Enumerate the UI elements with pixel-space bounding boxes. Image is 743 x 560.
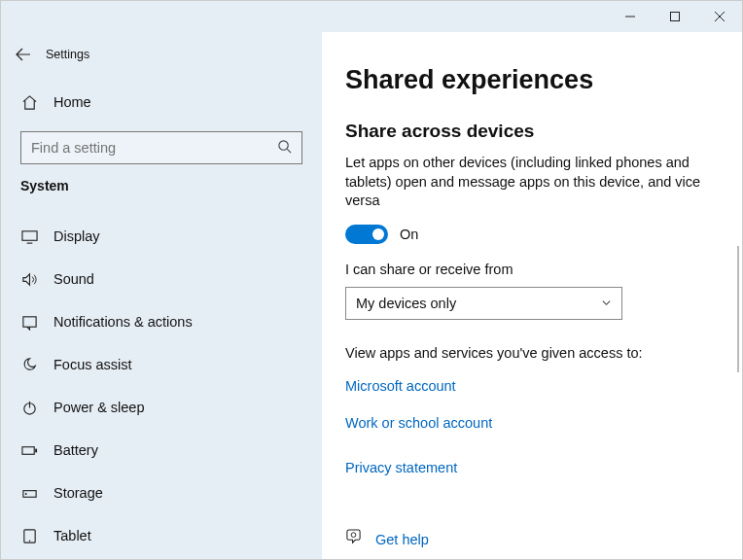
focus-assist-icon [20, 357, 38, 373]
sidebar: Settings Home System [1, 32, 322, 559]
section-description: Let apps on other devices (including lin… [345, 154, 719, 211]
section-title: Share across devices [345, 121, 719, 142]
sidebar-item-label: Sound [53, 271, 94, 287]
notifications-icon [20, 314, 38, 331]
sidebar-item-label: Home [53, 94, 91, 110]
scrollbar[interactable] [737, 246, 739, 372]
share-from-label: I can share or receive from [345, 262, 719, 277]
get-help-row[interactable]: Get help [345, 529, 429, 549]
sidebar-category: System [20, 178, 302, 193]
battery-icon [20, 442, 38, 459]
svg-rect-1 [671, 13, 680, 21]
sidebar-item-notifications[interactable]: Notifications & actions [20, 300, 302, 343]
main-content: Shared experiences Share across devices … [322, 32, 742, 559]
dropdown-value: My devices only [356, 296, 456, 311]
close-icon [715, 12, 725, 21]
power-icon [20, 400, 38, 416]
page-title: Shared experiences [345, 65, 719, 95]
svg-rect-8 [22, 316, 35, 326]
sidebar-content: Home System Display Soun [1, 77, 322, 559]
sidebar-item-label: Storage [53, 485, 103, 501]
sidebar-item-label: Notifications & actions [53, 314, 193, 330]
svg-point-4 [279, 140, 288, 149]
sidebar-item-tablet[interactable]: Tablet [20, 514, 302, 557]
chevron-down-icon [601, 296, 612, 311]
body: Settings Home System [1, 32, 742, 559]
home-icon [20, 94, 38, 111]
sidebar-item-home[interactable]: Home [20, 81, 302, 123]
search-input[interactable] [31, 140, 265, 156]
search-icon [277, 139, 292, 158]
svg-point-16 [28, 540, 30, 542]
help-icon [345, 529, 362, 549]
svg-point-14 [24, 493, 26, 495]
svg-rect-12 [35, 448, 37, 452]
sidebar-item-sound[interactable]: Sound [20, 258, 302, 300]
minimize-button[interactable] [608, 1, 653, 32]
sidebar-item-battery[interactable]: Battery [20, 429, 302, 472]
link-work-school-account[interactable]: Work or school account [345, 415, 719, 431]
close-button[interactable] [697, 1, 742, 32]
sidebar-item-power-sleep[interactable]: Power & sleep [20, 386, 302, 429]
toggle-knob [372, 228, 384, 240]
link-microsoft-account[interactable]: Microsoft account [345, 378, 719, 394]
sidebar-item-label: Display [53, 228, 100, 244]
svg-rect-6 [21, 230, 36, 239]
storage-icon [20, 485, 38, 502]
search-box[interactable] [20, 131, 302, 164]
svg-rect-11 [21, 446, 33, 454]
sound-icon [20, 271, 38, 288]
share-toggle[interactable] [345, 225, 388, 244]
back-arrow-icon [16, 47, 31, 62]
svg-point-17 [351, 533, 356, 538]
sidebar-nav: Display Sound Notifications & actions Fo… [20, 215, 302, 557]
minimize-icon [625, 12, 635, 21]
sidebar-item-label: Tablet [53, 528, 91, 543]
titlebar [1, 1, 742, 32]
sidebar-item-label: Battery [53, 442, 98, 458]
share-from-dropdown[interactable]: My devices only [345, 287, 622, 320]
sidebar-item-storage[interactable]: Storage [20, 472, 302, 514]
maximize-icon [670, 12, 680, 21]
share-toggle-row: On [345, 225, 719, 244]
app-title: Settings [46, 48, 89, 61]
sidebar-item-label: Power & sleep [53, 400, 145, 415]
tablet-icon [20, 528, 38, 544]
get-help-label: Get help [375, 532, 429, 547]
sidebar-top: Settings [1, 32, 322, 77]
sidebar-item-display[interactable]: Display [20, 215, 302, 258]
view-apps-label: View apps and services you've given acce… [345, 345, 719, 361]
display-icon [20, 228, 38, 245]
back-button[interactable] [1, 32, 46, 77]
svg-line-5 [287, 149, 291, 153]
sidebar-item-focus-assist[interactable]: Focus assist [20, 343, 302, 386]
maximize-button[interactable] [653, 1, 697, 32]
sidebar-item-label: Focus assist [53, 357, 132, 372]
settings-window: Settings Home System [0, 0, 743, 560]
link-privacy-statement[interactable]: Privacy statement [345, 460, 719, 475]
toggle-state-label: On [400, 227, 418, 242]
